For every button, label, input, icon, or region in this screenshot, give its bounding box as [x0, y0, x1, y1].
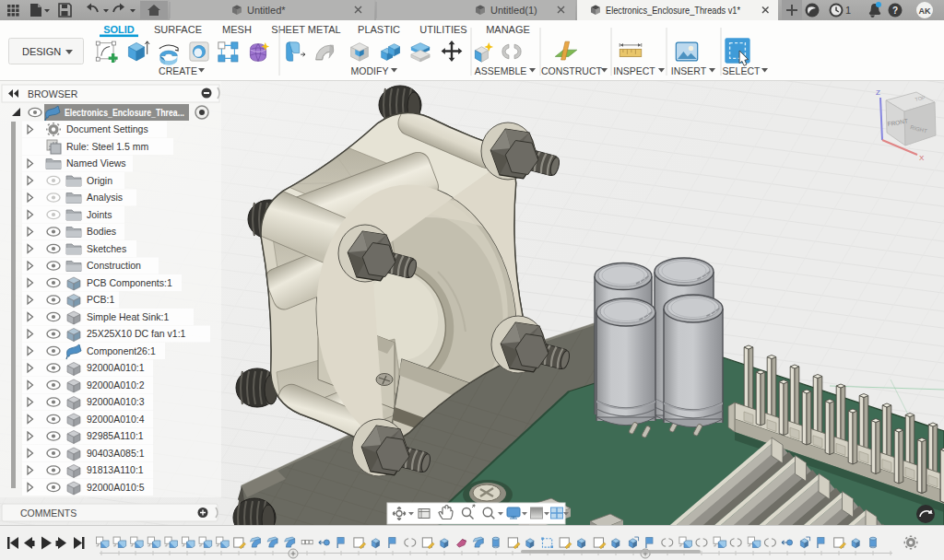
svg-text:SHEET METAL: SHEET METAL	[271, 24, 340, 35]
svg-text:PCB Components:1: PCB Components:1	[87, 277, 172, 288]
svg-text:Z: Z	[876, 88, 880, 97]
svg-text:92000A010:4: 92000A010:4	[87, 414, 145, 425]
svg-text:92985A110:1: 92985A110:1	[87, 430, 144, 441]
svg-text:Untitled*: Untitled*	[247, 5, 286, 16]
svg-text:92000A010:2: 92000A010:2	[87, 379, 145, 391]
svg-text:Bodies: Bodies	[87, 226, 116, 237]
svg-text:Simple Heat Sink:1: Simple Heat Sink:1	[87, 311, 169, 322]
svg-text:CREATE: CREATE	[159, 65, 197, 76]
svg-text:Electronics_Enclosure_Threads: Electronics_Enclosure_Threads v1*	[606, 5, 740, 16]
svg-text:Named Views: Named Views	[66, 158, 126, 169]
svg-text:Untitled(1): Untitled(1)	[490, 5, 537, 16]
svg-text:Origin: Origin	[87, 175, 112, 186]
svg-text:Rule: Steel 1.5 mm: Rule: Steel 1.5 mm	[66, 141, 149, 152]
svg-text:PCB:1: PCB:1	[87, 294, 115, 305]
svg-text:UTILITIES: UTILITIES	[419, 24, 466, 35]
svg-text:SURFACE: SURFACE	[154, 24, 202, 35]
svg-text:MANAGE: MANAGE	[486, 24, 530, 35]
svg-text:INSPECT: INSPECT	[613, 65, 655, 76]
svg-text:92000A010:3: 92000A010:3	[87, 396, 145, 407]
svg-text:25X25X10 DC fan v1:1: 25X25X10 DC fan v1:1	[87, 328, 186, 339]
svg-text:SELECT: SELECT	[723, 65, 761, 76]
svg-text:92000A010:1: 92000A010:1	[87, 362, 145, 373]
svg-text:Construction: Construction	[87, 260, 141, 271]
svg-text:90403A085:1: 90403A085:1	[87, 448, 145, 459]
svg-text:ASSEMBLE: ASSEMBLE	[475, 65, 527, 76]
svg-text:1: 1	[845, 5, 851, 16]
svg-text:COMMENTS: COMMENTS	[20, 508, 77, 519]
svg-text:Component26:1: Component26:1	[87, 345, 156, 356]
svg-text:X: X	[919, 154, 925, 162]
svg-text:Electronics_Enclosure_Threa...: Electronics_Enclosure_Threa...	[65, 107, 184, 118]
svg-text:BROWSER: BROWSER	[28, 88, 78, 99]
svg-text:CONSTRUCT: CONSTRUCT	[541, 65, 602, 76]
svg-text:AK: AK	[919, 6, 931, 16]
svg-text:Joints: Joints	[87, 209, 112, 220]
svg-text:PLASTIC: PLASTIC	[358, 24, 400, 35]
svg-text:Analysis: Analysis	[87, 192, 123, 203]
svg-text:MESH: MESH	[222, 24, 252, 35]
svg-text:Document Settings: Document Settings	[66, 123, 148, 134]
svg-text:?: ?	[892, 6, 898, 16]
svg-text:DESIGN: DESIGN	[22, 46, 61, 57]
svg-text:MODIFY: MODIFY	[351, 65, 389, 76]
svg-text:91813A110:1: 91813A110:1	[87, 464, 144, 475]
svg-text:Sketches: Sketches	[87, 243, 126, 254]
svg-text:92000A010:5: 92000A010:5	[87, 482, 145, 493]
svg-text:SOLID: SOLID	[103, 24, 135, 35]
svg-text:INSERT: INSERT	[671, 65, 707, 76]
